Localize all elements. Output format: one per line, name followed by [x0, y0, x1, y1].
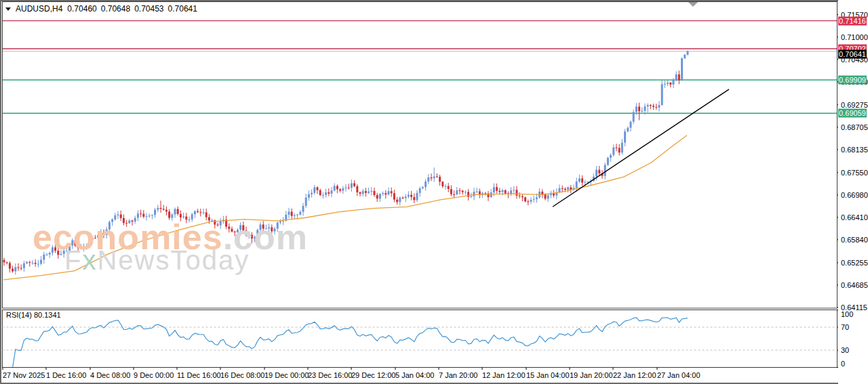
open-value: 0.70460 — [67, 4, 96, 14]
close-value: 0.70641 — [168, 4, 197, 14]
time-axis-label: 4 Dec 08:00 — [90, 371, 130, 379]
price-level-badge: 0.71416 — [838, 16, 867, 25]
trendline[interactable] — [553, 89, 729, 207]
time-axis-label: 19 Dec 00:00 — [264, 371, 309, 379]
rsi-scale-label: 70 — [841, 323, 849, 331]
high-value: 0.70648 — [101, 4, 130, 14]
rsi-indicator-label: RSI(14) 80.1341 — [6, 311, 61, 319]
price-tick-label: 0.71000 — [841, 33, 868, 41]
price-axis[interactable]: 0.715700.710000.704300.698600.692750.687… — [838, 0, 868, 384]
main-pane-border — [3, 2, 837, 309]
price-tick-label: 0.66410 — [841, 213, 868, 221]
price-level-badge: 0.69909 — [838, 75, 867, 84]
price-tick-label: 0.68705 — [841, 123, 868, 131]
time-axis-label: 29 Dec 12:00 — [351, 371, 395, 379]
time-axis-label: 19 Jan 20:00 — [570, 371, 613, 379]
time-axis[interactable]: 27 Nov 20251 Dec 16:004 Dec 08:009 Dec 0… — [0, 370, 838, 383]
time-axis-label: 16 Dec 08:00 — [220, 371, 264, 379]
ohlc-values: 0.70460 0.70648 0.70453 0.70641 — [67, 4, 197, 14]
time-axis-label: 7 Jan 20:00 — [439, 371, 478, 379]
rsi-layer — [13, 318, 688, 368]
time-axis-label: 23 Dec 16:00 — [308, 371, 352, 379]
rsi-line — [13, 318, 688, 368]
low-value: 0.70453 — [134, 4, 163, 14]
price-tick-label: 0.67550 — [841, 169, 868, 177]
rsi-pane-border — [3, 310, 837, 368]
rsi-scale-label: 30 — [841, 346, 849, 354]
window-border — [1, 1, 867, 383]
time-axis-label: 5 Jan 04:00 — [395, 371, 435, 379]
candles-layer — [3, 50, 689, 274]
time-axis-label: 15 Jan 04:00 — [526, 371, 570, 379]
trading-chart-window: economies.com FxNewsToday AUDUSD,H4 0.70… — [0, 0, 868, 384]
time-axis-label: 22 Jan 12:00 — [613, 371, 656, 379]
price-tick-label: 0.65840 — [841, 236, 868, 244]
symbol-dropdown-icon[interactable] — [5, 7, 11, 11]
moving-average-line — [3, 135, 687, 280]
time-axis-label: 12 Jan 12:00 — [482, 371, 526, 379]
time-axis-label: 27 Nov 2025 — [3, 371, 45, 379]
chart-shift-marker-icon[interactable] — [688, 2, 698, 7]
symbol-timeframe: AUDUSD,H4 — [16, 4, 62, 14]
price-tick-label: 0.65255 — [841, 259, 868, 267]
moving-average-layer — [3, 135, 687, 280]
time-axis-label: 1 Dec 16:00 — [46, 371, 86, 379]
price-tick-label: 0.64685 — [841, 281, 868, 289]
price-tick-label: 0.68135 — [841, 146, 868, 154]
symbol-info-bar: AUDUSD,H4 0.70460 0.70648 0.70453 0.7064… — [5, 3, 197, 14]
time-axis-label: 9 Dec 00:00 — [134, 371, 174, 379]
rsi-scale-label: 0 — [841, 360, 845, 368]
horizontal-levels-layer — [3, 21, 837, 114]
price-tick-label: 0.69275 — [841, 101, 868, 109]
price-tick-label: 0.66980 — [841, 191, 868, 199]
time-axis-label: 11 Dec 16:00 — [177, 371, 221, 379]
price-chart-canvas[interactable] — [0, 0, 868, 384]
time-axis-label: 27 Jan 04:00 — [657, 371, 701, 379]
rsi-scale-label: 100 — [841, 310, 853, 318]
price-level-badge: 0.69059 — [838, 109, 867, 118]
current-price-badge: 0.70641 — [838, 49, 867, 58]
